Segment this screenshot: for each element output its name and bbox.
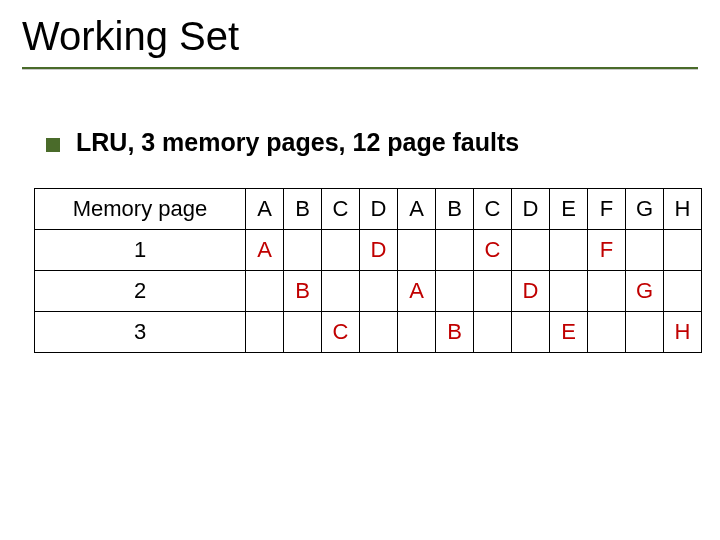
cell: [322, 230, 360, 271]
cell: [474, 312, 512, 353]
cell: F: [588, 230, 626, 271]
cell: [626, 312, 664, 353]
col-header: B: [284, 189, 322, 230]
row-label-header: Memory page: [35, 189, 246, 230]
cell: A: [246, 230, 284, 271]
bullet-line: LRU, 3 memory pages, 12 page faults: [46, 128, 519, 157]
col-header: F: [588, 189, 626, 230]
col-header: C: [322, 189, 360, 230]
col-header: D: [360, 189, 398, 230]
col-header: B: [436, 189, 474, 230]
cell: [588, 271, 626, 312]
cell: [626, 230, 664, 271]
table-row: 2 B A D G: [35, 271, 702, 312]
cell: [246, 271, 284, 312]
table-row: 1 A D C F: [35, 230, 702, 271]
cell: [588, 312, 626, 353]
col-header: H: [664, 189, 702, 230]
row-label: 1: [35, 230, 246, 271]
bullet-text: LRU, 3 memory pages, 12 page faults: [76, 128, 519, 157]
cell: D: [512, 271, 550, 312]
col-header: E: [550, 189, 588, 230]
cell: [664, 271, 702, 312]
title-block: Working Set: [22, 14, 698, 69]
title-underline: [22, 67, 698, 69]
cell: E: [550, 312, 588, 353]
cell: [550, 230, 588, 271]
cell: [398, 230, 436, 271]
cell: H: [664, 312, 702, 353]
cell: D: [360, 230, 398, 271]
cell: G: [626, 271, 664, 312]
cell: [474, 271, 512, 312]
cell: C: [474, 230, 512, 271]
cell: [398, 312, 436, 353]
memory-table: Memory page A B C D A B C D E F G H 1 A …: [34, 188, 702, 353]
cell: B: [284, 271, 322, 312]
table-header-row: Memory page A B C D A B C D E F G H: [35, 189, 702, 230]
cell: [360, 312, 398, 353]
col-header: D: [512, 189, 550, 230]
cell: [664, 230, 702, 271]
cell: [322, 271, 360, 312]
cell: A: [398, 271, 436, 312]
cell: [512, 230, 550, 271]
cell: [360, 271, 398, 312]
cell: [436, 230, 474, 271]
cell: [512, 312, 550, 353]
cell: [284, 312, 322, 353]
cell: [436, 271, 474, 312]
cell: B: [436, 312, 474, 353]
bullet-icon: [46, 138, 60, 152]
row-label: 2: [35, 271, 246, 312]
col-header: G: [626, 189, 664, 230]
slide-title: Working Set: [22, 14, 698, 65]
slide: Working Set LRU, 3 memory pages, 12 page…: [0, 0, 720, 540]
col-header: A: [246, 189, 284, 230]
cell: C: [322, 312, 360, 353]
table-row: 3 C B E H: [35, 312, 702, 353]
row-label: 3: [35, 312, 246, 353]
col-header: C: [474, 189, 512, 230]
cell: [246, 312, 284, 353]
cell: [550, 271, 588, 312]
col-header: A: [398, 189, 436, 230]
cell: [284, 230, 322, 271]
